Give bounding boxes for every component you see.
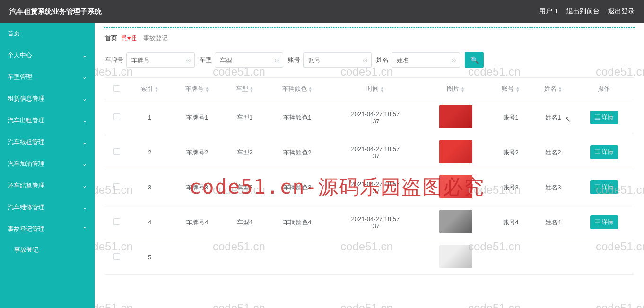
cell-model: 车型2 [224, 135, 266, 170]
table-row: 4 车牌号4 车型4 车辆颜色4 2021-04-27 18:57:37 账号4… [105, 205, 634, 240]
select-all-checkbox[interactable] [113, 85, 120, 92]
sidebar: 首页个人中心车型管理租赁信息管理汽车出租管理汽车续租管理汽车加油管理还车结算管理… [0, 23, 95, 308]
breadcrumb-current: 事故登记 [143, 34, 168, 42]
search-input-3[interactable] [392, 52, 460, 68]
col-header-2[interactable]: 车型▲▼ [224, 78, 266, 100]
cell-model [224, 240, 266, 275]
row-checkbox[interactable] [113, 253, 120, 260]
col-header-5[interactable]: 图片▲▼ [422, 78, 489, 100]
cell-time: 2021-04-27 18:57:37 [329, 100, 422, 135]
watermark: code51.cn [340, 301, 393, 308]
cell-account [489, 240, 532, 275]
row-checkbox[interactable] [113, 183, 120, 190]
sidebar-item-1[interactable]: 个人中心 [0, 44, 95, 66]
sidebar-item-6[interactable]: 汽车加油管理 [0, 153, 95, 175]
col-header-0[interactable]: 索引▲▼ [129, 78, 171, 100]
cell-name: 姓名4 [532, 205, 574, 240]
cell-idx: 2 [129, 135, 171, 170]
table-row: 5 [105, 240, 634, 275]
table-row: 2 车牌号2 车型2 车辆颜色2 2021-04-27 18:57:37 账号2… [105, 135, 634, 170]
breadcrumb: 首页 呉♥㕵 事故登记 [95, 28, 644, 46]
car-image[interactable] [439, 140, 472, 163]
main-content: 首页 呉♥㕵 事故登记 车牌号 ⊙ 车型 ⊙ 账号 ⊙ 姓名 ⊙ 🔍 [95, 23, 644, 308]
cell-name: 姓名1 [532, 100, 574, 135]
cell-name [532, 240, 574, 275]
cell-color: 车辆颜色1 [266, 100, 329, 135]
sidebar-sub-item[interactable]: 事故登记 [0, 240, 95, 260]
clear-icon[interactable]: ⊙ [451, 57, 456, 64]
car-image[interactable] [439, 175, 472, 198]
row-checkbox[interactable] [113, 148, 120, 155]
col-header-7[interactable]: 姓名▲▼ [532, 78, 574, 100]
col-header-8[interactable]: 操作 [574, 78, 634, 100]
cell-account: 账号2 [489, 135, 532, 170]
cell-time: 2021-04-27 18:57:37 [329, 205, 422, 240]
watermark: code51.cn [596, 301, 644, 308]
cell-plate: 车牌号1 [171, 100, 223, 135]
search-icon: 🔍 [470, 56, 479, 64]
watermark: code51.cn [213, 301, 265, 308]
sort-icon: ▲▼ [515, 86, 520, 92]
logout-button[interactable]: 退出登录 [608, 7, 635, 16]
cell-idx: 3 [129, 170, 171, 205]
detail-button[interactable]: ▤ 详情 [590, 111, 618, 124]
topbar-right: 用户 1 退出到前台 退出登录 [539, 7, 635, 16]
cell-color: 车辆颜色4 [266, 205, 329, 240]
car-image[interactable] [439, 210, 472, 233]
search-input-2[interactable] [303, 52, 372, 68]
cell-plate [171, 240, 223, 275]
col-header-6[interactable]: 账号▲▼ [489, 78, 532, 100]
table-row: 3 车牌号3 车型3 车辆颜色3 2021-04-27 18:57:37 账号3… [105, 170, 634, 205]
row-checkbox[interactable] [113, 218, 120, 225]
detail-button[interactable]: ▤ 详情 [590, 180, 618, 194]
cell-name: 姓名2 [532, 135, 574, 170]
col-header-1[interactable]: 车牌号▲▼ [171, 78, 223, 100]
search-label-2: 账号 [288, 56, 300, 64]
col-header-4[interactable]: 时间▲▼ [329, 78, 422, 100]
cell-plate: 车牌号2 [171, 135, 223, 170]
search-bar: 车牌号 ⊙ 车型 ⊙ 账号 ⊙ 姓名 ⊙ 🔍 [95, 46, 644, 77]
cell-model: 车型3 [224, 170, 266, 205]
sidebar-item-8[interactable]: 汽车维修管理 [0, 197, 95, 218]
sidebar-item-2[interactable]: 车型管理 [0, 66, 95, 88]
sort-icon: ▲▼ [308, 86, 313, 92]
cell-idx: 5 [129, 240, 171, 275]
sidebar-item-4[interactable]: 汽车出租管理 [0, 110, 95, 131]
search-input-0[interactable] [126, 52, 195, 68]
detail-button[interactable]: ▤ 详情 [590, 145, 618, 159]
search-input-1[interactable] [215, 52, 283, 68]
search-label-3: 姓名 [376, 56, 389, 64]
watermark: code51.cn [95, 301, 133, 308]
cell-account: 账号3 [489, 170, 532, 205]
clear-icon[interactable]: ⊙ [274, 57, 279, 64]
data-table: 索引▲▼车牌号▲▼车型▲▼车辆颜色▲▼时间▲▼图片▲▼账号▲▼姓名▲▼操作 1 … [105, 77, 634, 275]
car-image[interactable] [439, 245, 472, 268]
sidebar-item-7[interactable]: 还车结算管理 [0, 175, 95, 197]
clear-icon[interactable]: ⊙ [363, 57, 368, 64]
clear-icon[interactable]: ⊙ [186, 57, 191, 64]
sidebar-item-3[interactable]: 租赁信息管理 [0, 88, 95, 110]
row-checkbox[interactable] [113, 113, 120, 120]
col-header-3[interactable]: 车辆颜色▲▼ [266, 78, 329, 100]
topbar: 汽车租赁系统业务管理子系统 用户 1 退出到前台 退出登录 [0, 0, 644, 23]
sidebar-item-9[interactable]: 事故登记管理 [0, 218, 95, 240]
detail-button[interactable]: ▤ 详情 [590, 215, 618, 229]
cell-plate: 车牌号3 [171, 170, 223, 205]
app-title: 汽车租赁系统业务管理子系统 [9, 7, 102, 16]
to-front-button[interactable]: 退出到前台 [566, 7, 600, 16]
sidebar-item-0[interactable]: 首页 [0, 23, 95, 44]
search-button[interactable]: 🔍 [465, 52, 484, 68]
table-row: 1 车牌号1 车型1 车辆颜色1 2021-04-27 18:57:37 账号1… [105, 100, 634, 135]
cell-model: 车型1 [224, 100, 266, 135]
breadcrumb-home[interactable]: 首页 [105, 34, 117, 42]
sidebar-item-5[interactable]: 汽车续租管理 [0, 131, 95, 153]
cell-time: 2021-04-27 18:57:37 [329, 170, 422, 205]
cell-model: 车型4 [224, 205, 266, 240]
user-label[interactable]: 用户 1 [539, 7, 558, 16]
cell-time: 2021-04-27 18:57:37 [329, 135, 422, 170]
cell-idx: 1 [129, 100, 171, 135]
cell-account: 账号1 [489, 100, 532, 135]
car-image[interactable] [439, 105, 472, 128]
sort-icon: ▲▼ [461, 86, 465, 92]
cell-time [329, 240, 422, 275]
